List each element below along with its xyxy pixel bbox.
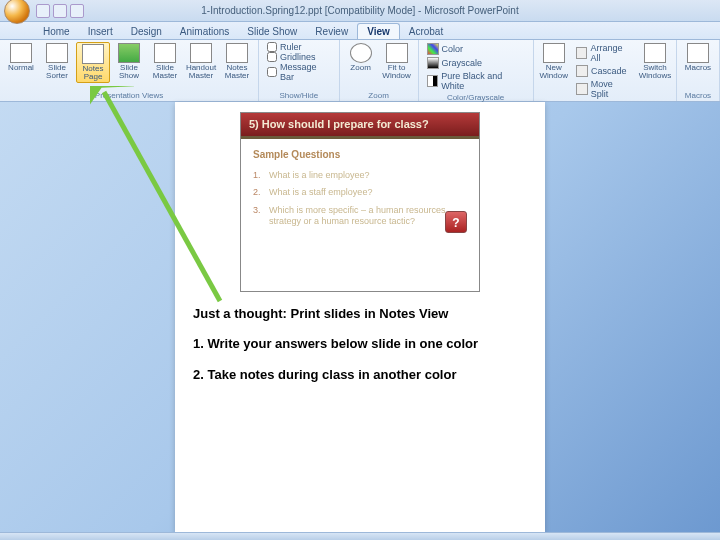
slide-master-button[interactable]: Slide Master: [148, 42, 182, 83]
fit-icon: [386, 43, 408, 63]
group-label: Color/Grayscale: [423, 92, 529, 102]
group-label: Zoom: [344, 90, 414, 100]
quick-access-toolbar: [36, 4, 84, 18]
slide-sorter-button[interactable]: Slide Sorter: [40, 42, 74, 83]
macros-icon: [687, 43, 709, 63]
notes-master-button[interactable]: Notes Master: [220, 42, 254, 83]
slide-title: 5) How should I prepare for class?: [241, 113, 479, 139]
pure-bw-button[interactable]: Pure Black and White: [425, 70, 527, 92]
group-zoom: Zoom Fit to Window Zoom: [340, 40, 419, 101]
tab-acrobat[interactable]: Acrobat: [400, 24, 452, 39]
new-window-button[interactable]: New Window: [538, 42, 570, 100]
group-color-grayscale: Color Grayscale Pure Black and White Col…: [419, 40, 534, 101]
sorter-icon: [46, 43, 68, 63]
color-icon: [427, 43, 439, 55]
split-icon: [576, 83, 588, 95]
group-label: Presentation Views: [4, 90, 254, 100]
save-icon[interactable]: [36, 4, 50, 18]
tab-design[interactable]: Design: [122, 24, 171, 39]
tab-home[interactable]: Home: [34, 24, 79, 39]
note-line: 1. Write your answers below slide in one…: [193, 336, 527, 352]
normal-button[interactable]: Normal: [4, 42, 38, 83]
notes-page-icon: [82, 44, 104, 64]
group-window: New Window Arrange All Cascade Move Spli…: [534, 40, 677, 101]
handout-master-icon: [190, 43, 212, 63]
question-icon: ?: [445, 211, 467, 233]
window-title: 1-Introduction.Spring12.ppt [Compatibili…: [201, 5, 518, 16]
notes-page-button[interactable]: Notes Page: [76, 42, 110, 83]
title-bar: 1-Introduction.Spring12.ppt [Compatibili…: [0, 0, 720, 22]
new-window-icon: [543, 43, 565, 63]
tab-view[interactable]: View: [357, 23, 400, 39]
handout-master-button[interactable]: Handout Master: [184, 42, 218, 83]
notes-text-area[interactable]: Just a thought: Print slides in Notes Vi…: [187, 306, 533, 383]
grayscale-icon: [427, 57, 439, 69]
slide-body: 1.What is a line employee? 2.What is a s…: [241, 164, 479, 239]
tab-insert[interactable]: Insert: [79, 24, 122, 39]
notes-master-icon: [226, 43, 248, 63]
arrange-icon: [576, 47, 587, 59]
slide-master-icon: [154, 43, 176, 63]
normal-icon: [10, 43, 32, 63]
bw-icon: [427, 75, 439, 87]
slide-show-button[interactable]: Slide Show: [112, 42, 146, 83]
gridlines-checkbox[interactable]: Gridlines: [265, 52, 333, 62]
cascade-icon: [576, 65, 588, 77]
ruler-checkbox[interactable]: Ruler: [265, 42, 333, 52]
slide-subtitle: Sample Questions: [241, 139, 479, 164]
message-bar-checkbox[interactable]: Message Bar: [265, 62, 333, 82]
move-split-button[interactable]: Move Split: [574, 78, 634, 100]
arrange-all-button[interactable]: Arrange All: [574, 42, 634, 64]
switch-windows-button[interactable]: Switch Windows: [638, 42, 672, 100]
group-label: Macros: [681, 90, 715, 100]
group-label: Show/Hide: [263, 90, 335, 100]
group-show-hide: Ruler Gridlines Message Bar Show/Hide: [259, 40, 340, 101]
color-button[interactable]: Color: [425, 42, 527, 56]
zoom-button[interactable]: Zoom: [344, 42, 378, 81]
undo-icon[interactable]: [53, 4, 67, 18]
fit-to-window-button[interactable]: Fit to Window: [380, 42, 414, 81]
slideshow-icon: [118, 43, 140, 63]
tab-review[interactable]: Review: [306, 24, 357, 39]
tab-slideshow[interactable]: Slide Show: [238, 24, 306, 39]
redo-icon[interactable]: [70, 4, 84, 18]
ribbon-tabs: Home Insert Design Animations Slide Show…: [0, 22, 720, 40]
grayscale-button[interactable]: Grayscale: [425, 56, 527, 70]
office-button[interactable]: [4, 0, 30, 24]
note-line: Just a thought: Print slides in Notes Vi…: [193, 306, 527, 322]
status-bar: [0, 532, 720, 540]
tab-animations[interactable]: Animations: [171, 24, 238, 39]
group-macros: Macros Macros: [677, 40, 720, 101]
zoom-icon: [350, 43, 372, 63]
group-presentation-views: Normal Slide Sorter Notes Page Slide Sho…: [0, 40, 259, 101]
note-line: 2. Take notes during class in another co…: [193, 367, 527, 383]
ribbon: Normal Slide Sorter Notes Page Slide Sho…: [0, 40, 720, 102]
cascade-button[interactable]: Cascade: [574, 64, 634, 78]
switch-icon: [644, 43, 666, 63]
slide-thumbnail[interactable]: 5) How should I prepare for class? Sampl…: [240, 112, 480, 292]
editing-canvas: 5) How should I prepare for class? Sampl…: [0, 102, 720, 532]
macros-button[interactable]: Macros: [681, 42, 715, 73]
notes-page[interactable]: 5) How should I prepare for class? Sampl…: [175, 102, 545, 532]
